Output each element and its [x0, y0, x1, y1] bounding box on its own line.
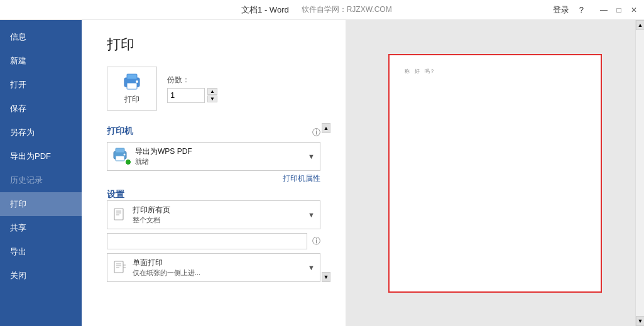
- svg-rect-1: [127, 74, 137, 79]
- sidebar-item-saveas[interactable]: 另存为: [0, 121, 82, 144]
- spin-down-button[interactable]: ▼: [207, 95, 217, 102]
- preview-text-3: 吗？: [425, 68, 435, 75]
- help-button[interactable]: ?: [579, 5, 584, 14]
- scroll-down-area: ▼: [322, 272, 330, 282]
- minimize-button[interactable]: —: [599, 5, 609, 15]
- title-bar-right: 登录 ? — □ ✕: [553, 4, 639, 16]
- sidebar-item-open[interactable]: 打开: [0, 73, 82, 97]
- title-bar-center: 文档1 - Word 软件自学网：RJZXW.COM: [241, 4, 392, 16]
- svg-rect-8: [114, 209, 123, 220]
- printer-status-dot: [125, 159, 131, 165]
- pages-info-icon[interactable]: ⓘ: [312, 236, 320, 247]
- sidebar-item-close[interactable]: 关闭: [0, 264, 82, 288]
- duplex-row[interactable]: 单面打印 仅在纸张的一侧上进... ▼: [107, 253, 320, 282]
- print-range-dropdown[interactable]: ▼: [308, 211, 315, 219]
- printer-info: 导出为WPS PDF 就绪: [135, 146, 303, 166]
- restore-button[interactable]: □: [614, 5, 624, 15]
- preview-text-1: 称: [405, 68, 410, 75]
- printer-section: 打印机 ⓘ: [107, 123, 330, 184]
- print-range-info: 打印所有页 整个文档: [133, 205, 303, 225]
- duplex-info: 单面打印 仅在纸张的一侧上进...: [133, 258, 303, 278]
- settings-section-header: 设置: [107, 189, 124, 199]
- print-range-row[interactable]: 打印所有页 整个文档 ▼: [107, 200, 320, 229]
- printer-section-header: 打印机: [107, 126, 133, 137]
- sidebar-item-share[interactable]: 共享: [0, 216, 82, 240]
- copies-control: 份数： ▲ ▼: [167, 75, 217, 103]
- print-range-name: 打印所有页: [133, 205, 303, 215]
- pages-input[interactable]: [107, 233, 307, 249]
- settings-scroll: ▲ 打印机 ⓘ: [107, 123, 330, 282]
- settings-section: 设置 打印所有页 整个文档 ▼: [107, 189, 330, 282]
- svg-point-7: [124, 154, 126, 156]
- print-range-icon: [112, 207, 128, 222]
- preview-text-2: 好: [415, 68, 420, 75]
- sidebar-item-exportpdf[interactable]: 导出为PDF: [0, 144, 82, 168]
- pages-input-row: ⓘ: [107, 233, 320, 249]
- spin-buttons: ▲ ▼: [207, 88, 217, 102]
- printer-status: 就绪: [135, 157, 303, 166]
- duplex-name: 单面打印: [133, 258, 303, 268]
- printer-name: 导出为WPS PDF: [135, 146, 303, 157]
- printer-icon-box: [112, 148, 130, 165]
- scroll-up-area: ▲: [322, 123, 330, 133]
- preview-area: 称 好 吗？ ▲ ▼: [346, 20, 644, 326]
- main-layout: 信息 新建 打开 保存 另存为 导出为PDF 历史记录 打印 共享 导出 关闭: [0, 20, 644, 326]
- scroll-up-button[interactable]: ▲: [322, 123, 330, 133]
- svg-rect-5: [116, 148, 124, 153]
- doc-preview-content: 称 好 吗？: [390, 55, 601, 87]
- print-range-sub: 整个文档: [133, 215, 303, 225]
- sidebar: 信息 新建 打开 保存 另存为 导出为PDF 历史记录 打印 共享 导出 关闭: [0, 20, 82, 326]
- print-panel: 打印 打印 份数： ▲: [82, 20, 346, 326]
- copies-input[interactable]: [167, 88, 205, 103]
- close-button[interactable]: ✕: [629, 5, 639, 15]
- svg-rect-12: [114, 261, 123, 273]
- document-preview: 称 好 吗？: [388, 54, 602, 293]
- spin-up-button[interactable]: ▲: [207, 88, 217, 95]
- printer-info-icon[interactable]: ⓘ: [312, 127, 320, 138]
- content-area: 打印 打印 份数： ▲: [82, 20, 644, 326]
- sidebar-item-export[interactable]: 导出: [0, 240, 82, 264]
- copies-input-row: ▲ ▼: [167, 88, 217, 103]
- sidebar-item-save[interactable]: 保存: [0, 97, 82, 121]
- print-btn-area: 打印 份数： ▲ ▼: [107, 67, 330, 111]
- title-text: 文档1 - Word: [241, 4, 289, 16]
- printer-props-link[interactable]: 打印机属性: [107, 173, 320, 184]
- printer-row[interactable]: 导出为WPS PDF 就绪 ▼: [107, 142, 320, 171]
- duplex-sub: 仅在纸张的一侧上进...: [133, 268, 303, 278]
- print-btn-label: 打印: [124, 94, 139, 105]
- sidebar-item-history: 历史记录: [0, 168, 82, 192]
- print-button[interactable]: 打印: [107, 67, 157, 111]
- sidebar-item-print[interactable]: 打印: [0, 192, 82, 216]
- copies-label: 份数：: [167, 75, 217, 85]
- sidebar-item-new[interactable]: 新建: [0, 49, 82, 73]
- duplex-icon: [112, 260, 128, 275]
- duplex-dropdown[interactable]: ▼: [308, 264, 315, 271]
- printer-icon: [122, 73, 142, 90]
- subtitle-text: 软件自学网：RJZXW.COM: [302, 4, 392, 15]
- svg-point-3: [136, 80, 138, 83]
- preview-scrollbar: ▲ ▼: [635, 20, 644, 326]
- print-title: 打印: [107, 35, 330, 54]
- preview-scroll-down-button[interactable]: ▼: [636, 316, 644, 326]
- sidebar-item-info[interactable]: 信息: [0, 25, 82, 49]
- scroll-down-button[interactable]: ▼: [322, 272, 330, 282]
- preview-scroll-up-button[interactable]: ▲: [636, 20, 644, 30]
- printer-dropdown-arrow[interactable]: ▼: [308, 153, 315, 160]
- svg-rect-6: [116, 156, 124, 161]
- svg-rect-2: [127, 83, 137, 89]
- login-button[interactable]: 登录: [553, 4, 569, 16]
- window-controls: — □ ✕: [599, 5, 639, 15]
- title-bar: 文档1 - Word 软件自学网：RJZXW.COM 登录 ? — □ ✕: [0, 0, 644, 20]
